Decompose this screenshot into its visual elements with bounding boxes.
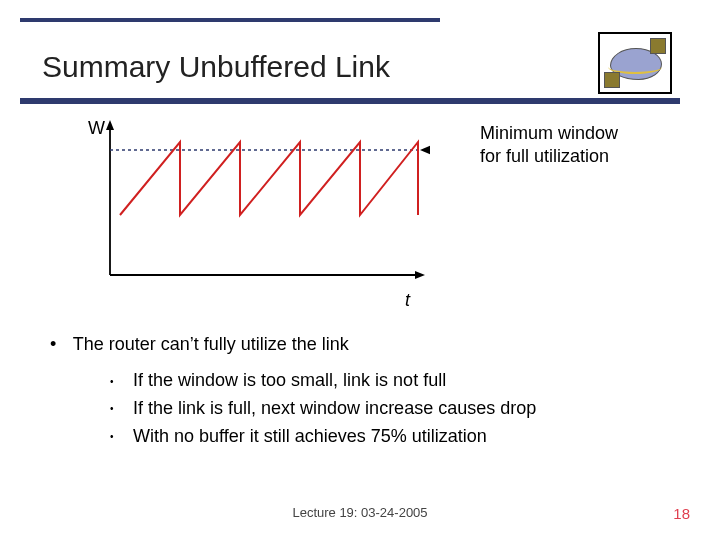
chart-annotation: Minimum window for full utilization (480, 122, 618, 167)
logo (598, 32, 672, 94)
chart (90, 120, 430, 290)
bullet-sub-dot-icon: • (110, 374, 128, 390)
slide-title: Summary Unbuffered Link (42, 50, 390, 84)
bullet-sub-dot-icon: • (110, 401, 128, 417)
bullet-dot-icon: • (50, 334, 68, 355)
footer-lecture: Lecture 19: 03-24-2005 (0, 505, 720, 520)
slide: Summary Unbuffered Link W Minimum window… (0, 0, 720, 540)
bullet-main: • The router can’t fully utilize the lin… (50, 334, 536, 355)
bullet-sub-text: If the link is full, next window increas… (133, 398, 536, 418)
svg-marker-1 (106, 120, 114, 130)
title-underline (20, 98, 680, 104)
bullet-sub-3: • With no buffer it still achieves 75% u… (110, 423, 536, 451)
chart-xlabel: t (405, 290, 410, 311)
chart-annotation-text: Minimum window for full utilization (480, 123, 618, 166)
top-rule (20, 18, 440, 22)
bullet-sub-text: With no buffer it still achieves 75% uti… (133, 426, 487, 446)
bullet-sub-text: If the window is too small, link is not … (133, 370, 446, 390)
bullet-main-text: The router can’t fully utilize the link (73, 334, 349, 354)
footer-page-number: 18 (673, 505, 690, 522)
logo-square-bl-icon (604, 72, 620, 88)
logo-square-tr-icon (650, 38, 666, 54)
bullet-sub-dot-icon: • (110, 429, 128, 445)
bullet-sub-2: • If the link is full, next window incre… (110, 395, 536, 423)
svg-marker-3 (415, 271, 425, 279)
bullet-list: • The router can’t fully utilize the lin… (50, 334, 536, 451)
svg-marker-6 (420, 145, 430, 155)
bullet-sub-1: • If the window is too small, link is no… (110, 367, 536, 395)
